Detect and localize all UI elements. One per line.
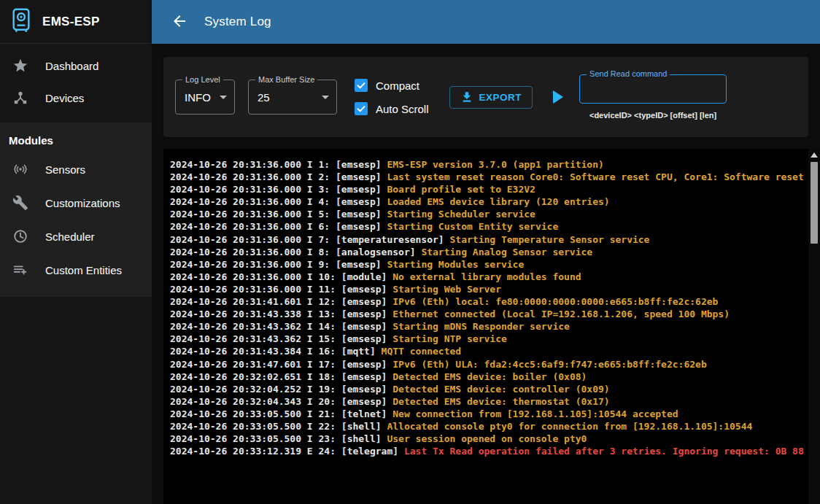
sidebar-item-label: Scheduler bbox=[45, 230, 95, 243]
max-buffer-label: Max Buffer Size bbox=[255, 75, 317, 84]
checkbox-check-icon bbox=[355, 102, 368, 115]
export-button-label: EXPORT bbox=[479, 92, 522, 103]
star-icon bbox=[12, 57, 29, 74]
sensors-icon bbox=[12, 160, 29, 178]
sidebar-header: EMS-ESP bbox=[0, 0, 152, 44]
log-output[interactable]: 2024-10-26 20:31:36.000 I 1: [emsesp] EM… bbox=[163, 149, 820, 504]
sidebar-item-label: Devices bbox=[45, 92, 84, 104]
sidebar-item-customizations[interactable]: Customizations bbox=[0, 186, 152, 220]
sidebar-item-custom-entities[interactable]: Custom Entities bbox=[0, 253, 152, 287]
log-line: 2024-10-26 20:31:47.601 I 17: [emsesp] I… bbox=[170, 358, 805, 371]
scrollbar-up-arrow-icon[interactable] bbox=[811, 152, 818, 158]
log-lines: 2024-10-26 20:31:36.000 I 1: [emsesp] EM… bbox=[170, 158, 805, 457]
log-line: 2024-10-26 20:31:41.601 I 12: [emsesp] I… bbox=[170, 295, 805, 308]
log-line: 2024-10-26 20:31:36.000 I 9: [emsesp] St… bbox=[170, 258, 805, 271]
ems-esp-logo-icon bbox=[10, 8, 32, 36]
send-command-icon[interactable] bbox=[553, 90, 563, 104]
back-button[interactable] bbox=[169, 12, 190, 32]
log-line: 2024-10-26 20:31:36.000 I 1: [emsesp] EM… bbox=[170, 158, 805, 171]
log-line: 2024-10-26 20:33:12.319 E 24: [telegram]… bbox=[170, 445, 805, 457]
sidebar-item-label: Dashboard bbox=[45, 60, 98, 72]
sidebar-item-sensors[interactable]: Sensors bbox=[0, 152, 152, 186]
log-line: 2024-10-26 20:33:05.500 I 21: [telnet] N… bbox=[170, 408, 805, 420]
export-button[interactable]: EXPORT bbox=[449, 86, 533, 109]
max-buffer-value: 25 bbox=[258, 91, 270, 104]
log-line: 2024-10-26 20:31:36.000 I 3: [emsesp] Bo… bbox=[170, 183, 805, 195]
log-line: 2024-10-26 20:31:43.384 I 16: [mqtt] MQT… bbox=[170, 345, 805, 357]
tools-icon bbox=[12, 194, 29, 212]
scrollbar-thumb[interactable] bbox=[811, 162, 818, 244]
chevron-down-icon bbox=[322, 96, 329, 99]
playlist-add-icon bbox=[12, 261, 29, 279]
modules-section-title: Modules bbox=[0, 127, 152, 152]
sidebar: EMS-ESP Dashboard Devices bbox=[0, 0, 152, 504]
log-level-label: Log Level bbox=[182, 75, 223, 84]
log-line: 2024-10-26 20:31:36.000 I 7: [temperatur… bbox=[170, 233, 805, 246]
log-line: 2024-10-26 20:33:05.500 I 23: [shell] Us… bbox=[170, 433, 805, 445]
main-area: System Log Log Level INFO Max Buffer Siz… bbox=[152, 0, 820, 504]
sidebar-item-label: Customizations bbox=[45, 197, 120, 209]
page-title: System Log bbox=[204, 15, 271, 29]
appbar: System Log bbox=[152, 0, 820, 44]
log-line: 2024-10-26 20:31:36.000 I 11: [emsesp] S… bbox=[170, 283, 805, 295]
sidebar-item-scheduler[interactable]: Scheduler bbox=[0, 220, 152, 253]
checkbox-label: Auto Scroll bbox=[376, 103, 429, 115]
log-line: 2024-10-26 20:31:36.000 I 4: [emsesp] Lo… bbox=[170, 195, 805, 208]
log-line: 2024-10-26 20:31:43.362 I 15: [emsesp] S… bbox=[170, 333, 805, 345]
checkbox-label: Compact bbox=[376, 80, 419, 92]
log-line: 2024-10-26 20:31:36.000 I 5: [emsesp] St… bbox=[170, 208, 805, 220]
log-level-value: INFO bbox=[185, 91, 211, 104]
modules-section: Modules Sensors bbox=[0, 123, 152, 297]
schedule-icon bbox=[12, 228, 29, 245]
content: Log Level INFO Max Buffer Size 25 bbox=[152, 44, 820, 504]
send-read-field: Send Read command <deviceID> <typeID> [o… bbox=[579, 74, 727, 120]
arrow-back-icon bbox=[171, 12, 188, 32]
auto-scroll-checkbox[interactable]: Auto Scroll bbox=[355, 102, 429, 115]
log-line: 2024-10-26 20:32:04.252 I 19: [emsesp] D… bbox=[170, 383, 805, 395]
app-title: EMS-ESP bbox=[42, 15, 100, 29]
log-line: 2024-10-26 20:31:36.000 I 10: [module] N… bbox=[170, 271, 805, 283]
log-line: 2024-10-26 20:32:02.651 I 18: [emsesp] D… bbox=[170, 371, 805, 383]
log-line: 2024-10-26 20:31:43.362 I 14: [emsesp] S… bbox=[170, 320, 805, 333]
log-line: 2024-10-26 20:31:36.000 I 6: [emsesp] St… bbox=[170, 220, 805, 233]
send-read-input-wrap: Send Read command bbox=[579, 74, 727, 104]
sidebar-item-devices[interactable]: Devices bbox=[0, 82, 152, 114]
checkbox-group: Compact Auto Scroll bbox=[355, 79, 429, 115]
sidebar-item-label: Sensors bbox=[45, 163, 85, 176]
send-read-helper: <deviceID> <typeID> [offset] [len] bbox=[579, 111, 727, 120]
sidebar-item-dashboard[interactable]: Dashboard bbox=[0, 50, 152, 82]
sidebar-item-label: Custom Entities bbox=[45, 264, 122, 276]
max-buffer-select[interactable]: Max Buffer Size 25 bbox=[248, 80, 337, 115]
send-read-input[interactable] bbox=[580, 75, 726, 103]
log-line: 2024-10-26 20:32:04.343 I 20: [emsesp] D… bbox=[170, 395, 805, 408]
app-root: EMS-ESP Dashboard Devices bbox=[0, 0, 820, 504]
log-scrollbar[interactable] bbox=[808, 149, 820, 504]
log-line: 2024-10-26 20:31:36.000 I 2: [emsesp] La… bbox=[170, 171, 805, 183]
checkbox-check-icon bbox=[355, 79, 368, 92]
compact-checkbox[interactable]: Compact bbox=[355, 79, 429, 92]
log-controls-card: Log Level INFO Max Buffer Size 25 bbox=[163, 57, 808, 137]
log-line: 2024-10-26 20:31:43.338 I 13: [emsesp] E… bbox=[170, 308, 805, 320]
send-read-label: Send Read command bbox=[587, 69, 670, 78]
download-icon bbox=[460, 90, 473, 104]
log-line: 2024-10-26 20:31:36.000 I 8: [analogsens… bbox=[170, 246, 805, 258]
device-hub-icon bbox=[12, 89, 29, 106]
chevron-down-icon bbox=[220, 96, 227, 99]
sidebar-nav: Dashboard Devices bbox=[0, 44, 152, 123]
log-level-select[interactable]: Log Level INFO bbox=[175, 80, 235, 115]
log-line: 2024-10-26 20:33:05.500 I 22: [shell] Al… bbox=[170, 420, 805, 433]
